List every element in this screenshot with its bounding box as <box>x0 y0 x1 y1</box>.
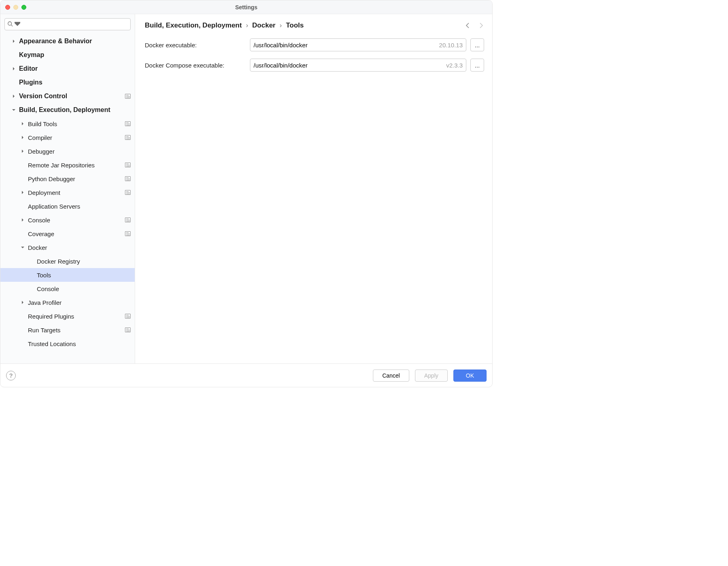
tree-item-build-tools[interactable]: Build Tools <box>0 117 135 131</box>
tree-item-deployment[interactable]: Deployment <box>0 186 135 199</box>
dialog-footer: ? Cancel Apply OK <box>0 363 492 387</box>
tree-item-label: Python Debugger <box>28 175 123 182</box>
docker-executable-label: Docker executable: <box>145 42 246 49</box>
tree-item-label: Compiler <box>28 134 123 141</box>
ellipsis-icon: ... <box>475 42 480 49</box>
project-scope-icon <box>125 314 131 319</box>
compose-executable-browse-button[interactable]: ... <box>470 59 484 72</box>
tree-item-label: Version Control <box>19 93 123 100</box>
project-scope-icon <box>125 163 131 167</box>
tree-item-plugins[interactable]: Plugins <box>0 76 135 89</box>
tree-item-run-targets[interactable]: Run Targets <box>0 323 135 337</box>
ok-button[interactable]: OK <box>453 370 487 382</box>
project-scope-icon <box>125 218 131 222</box>
project-scope-icon <box>125 190 131 195</box>
tree-item-debugger[interactable]: Debugger <box>0 144 135 158</box>
search-icon <box>7 21 13 28</box>
chevron-right-icon[interactable] <box>20 121 25 127</box>
svg-line-1 <box>11 25 13 26</box>
titlebar: Settings <box>0 0 492 14</box>
compose-executable-label: Docker Compose executable: <box>145 62 246 69</box>
tree-item-vcs[interactable]: Version Control <box>0 89 135 103</box>
tree-item-appearance[interactable]: Appearance & Behavior <box>0 34 135 48</box>
tree-item-remote-jar[interactable]: Remote Jar Repositories <box>0 158 135 172</box>
tree-item-editor[interactable]: Editor <box>0 62 135 76</box>
compose-executable-version: v2.3.3 <box>446 62 463 69</box>
breadcrumb: Build, Execution, Deployment › Docker › … <box>145 21 304 30</box>
help-button[interactable]: ? <box>6 371 16 380</box>
tree-item-appservers[interactable]: Application Servers <box>0 199 135 213</box>
tree-item-label: Deployment <box>28 189 123 196</box>
tree-item-label: Build, Execution, Deployment <box>19 106 131 114</box>
tree-item-docker-reg[interactable]: Docker Registry <box>0 254 135 268</box>
svg-point-0 <box>8 21 12 25</box>
tree-item-label: Console <box>37 285 131 292</box>
help-icon: ? <box>9 372 13 379</box>
tree-item-req-plugins[interactable]: Required Plugins <box>0 309 135 323</box>
tree-item-label: Appearance & Behavior <box>19 38 131 45</box>
breadcrumb-item[interactable]: Build, Execution, Deployment <box>145 21 242 30</box>
apply-button: Apply <box>415 370 448 382</box>
tree-item-label: Plugins <box>19 79 131 86</box>
forward-button <box>478 22 484 29</box>
tree-item-console[interactable]: Console <box>0 213 135 227</box>
docker-executable-field[interactable]: 20.10.13 <box>250 38 466 51</box>
tree-item-pydbg[interactable]: Python Debugger <box>0 172 135 186</box>
dropdown-icon <box>15 21 20 28</box>
tree-item-label: Build Tools <box>28 120 123 127</box>
tree-item-trusted-loc[interactable]: Trusted Locations <box>0 337 135 351</box>
project-scope-icon <box>125 94 131 99</box>
tree-item-bed[interactable]: Build, Execution, Deployment <box>0 103 135 117</box>
ellipsis-icon: ... <box>475 62 480 69</box>
chevron-right-icon[interactable] <box>20 135 25 140</box>
chevron-right-icon[interactable] <box>20 300 25 305</box>
tree-item-label: Remote Jar Repositories <box>28 162 123 169</box>
tree-item-label: Java Profiler <box>28 299 131 306</box>
project-scope-icon <box>125 176 131 181</box>
tree-item-docker-console[interactable]: Console <box>0 282 135 296</box>
settings-main: Build, Execution, Deployment › Docker › … <box>135 14 492 363</box>
tree-item-label: Application Servers <box>28 203 131 210</box>
docker-executable-browse-button[interactable]: ... <box>470 38 484 51</box>
tree-item-coverage[interactable]: Coverage <box>0 227 135 241</box>
search-input[interactable] <box>22 21 128 27</box>
tree-item-label: Docker <box>28 244 131 251</box>
chevron-right-icon: › <box>279 21 282 30</box>
docker-executable-version: 20.10.13 <box>439 42 463 49</box>
chevron-right-icon[interactable] <box>20 148 25 154</box>
chevron-down-icon[interactable] <box>11 107 17 113</box>
settings-search[interactable] <box>4 18 131 30</box>
back-button[interactable] <box>465 22 471 29</box>
project-scope-icon <box>125 121 131 126</box>
tree-item-label: Trusted Locations <box>28 340 131 347</box>
history-nav <box>465 22 484 29</box>
tree-item-compiler[interactable]: Compiler <box>0 131 135 144</box>
tree-item-docker[interactable]: Docker <box>0 241 135 254</box>
tree-item-label: Docker Registry <box>37 258 131 265</box>
window-title: Settings <box>0 4 492 11</box>
tree-item-label: Console <box>28 217 123 224</box>
chevron-down-icon[interactable] <box>20 245 25 250</box>
compose-executable-field[interactable]: v2.3.3 <box>250 59 466 72</box>
tree-item-label: Editor <box>19 65 131 72</box>
docker-executable-row: Docker executable: 20.10.13 ... <box>145 38 484 51</box>
project-scope-icon <box>125 327 131 332</box>
settings-window: Settings Appearance & BehaviorKeymapEdit… <box>0 0 493 387</box>
tree-item-jprofiler[interactable]: Java Profiler <box>0 296 135 309</box>
tree-item-keymap[interactable]: Keymap <box>0 48 135 62</box>
project-scope-icon <box>125 231 131 236</box>
compose-executable-input[interactable] <box>254 62 443 69</box>
chevron-right-icon[interactable] <box>11 38 17 44</box>
tree-item-docker-tools[interactable]: Tools <box>0 268 135 282</box>
chevron-right-icon: › <box>246 21 248 30</box>
breadcrumb-item: Tools <box>286 21 304 30</box>
compose-executable-row: Docker Compose executable: v2.3.3 ... <box>145 59 484 72</box>
tree-item-label: Keymap <box>19 51 131 59</box>
cancel-button[interactable]: Cancel <box>373 370 409 382</box>
chevron-right-icon[interactable] <box>11 93 17 99</box>
chevron-right-icon[interactable] <box>20 190 25 195</box>
docker-executable-input[interactable] <box>254 42 436 49</box>
chevron-right-icon[interactable] <box>20 217 25 223</box>
chevron-right-icon[interactable] <box>11 66 17 72</box>
breadcrumb-item[interactable]: Docker <box>252 21 276 30</box>
